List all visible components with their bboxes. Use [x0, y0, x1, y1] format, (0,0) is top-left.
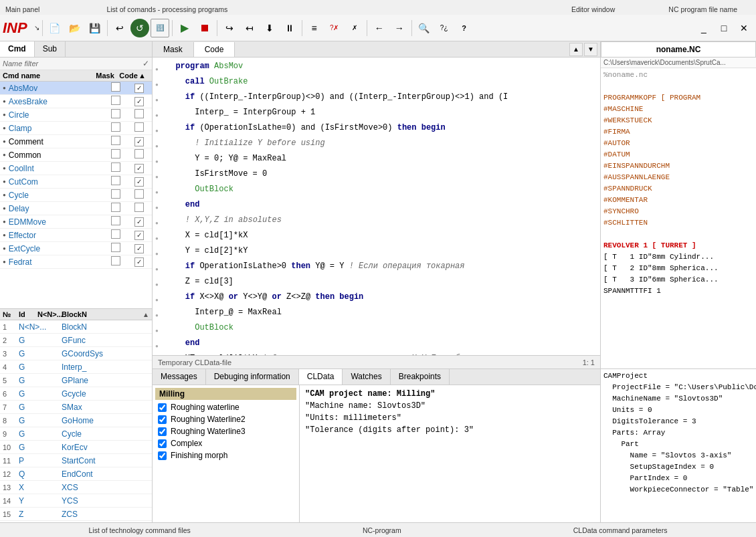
checkbox-code-common[interactable] [134, 149, 144, 158]
tab-mask[interactable]: Mask [153, 42, 194, 57]
minimize-btn[interactable]: _ [694, 19, 713, 37]
checkbox-mask-fedrat[interactable] [111, 256, 120, 265]
cmd-item-absmov[interactable]: ● AbsMov [0, 82, 152, 95]
checkbox-code-axesbrake[interactable] [134, 97, 144, 106]
tab-cldata[interactable]: CLData [299, 369, 343, 385]
tech-check-5[interactable] [158, 451, 167, 460]
bl-item-15[interactable]: 15 Z ZCS [0, 508, 152, 521]
tech-item-3[interactable]: Roughing Waterline3 [155, 425, 296, 437]
code-editor[interactable]: ● program AbsMov ● call OutBrake ● if ((… [153, 58, 600, 355]
tab-messages[interactable]: Messages [153, 369, 206, 385]
back-btn[interactable]: ← [370, 19, 389, 37]
help-btn[interactable]: ? [455, 19, 474, 37]
bl-item-3[interactable]: 3 G GCoordSys [0, 347, 152, 360]
checkbox-mask-extcycle[interactable] [111, 243, 120, 252]
checkbox-code-absmov[interactable] [134, 84, 144, 93]
tab-breakpoints[interactable]: Breakpoints [391, 369, 450, 385]
bl-item-7[interactable]: 7 G SMax [0, 401, 152, 414]
tech-check-1[interactable] [158, 403, 167, 412]
name-filter-check[interactable]: ✓ [143, 59, 149, 68]
forward-btn[interactable]: → [390, 19, 409, 37]
tech-check-3[interactable] [158, 427, 167, 436]
checkbox-mask-cycle[interactable] [111, 189, 120, 199]
tech-item-5[interactable]: Finishing morph [155, 449, 296, 461]
cmd-item-coolint[interactable]: ● CoolInt [0, 162, 152, 175]
bl-item-11[interactable]: 11 P StartCont [0, 454, 152, 467]
bl-item-6[interactable]: 6 G Gcycle [0, 387, 152, 401]
checkbox-mask-absmov[interactable] [111, 82, 120, 92]
step-into-btn[interactable]: ↤ [240, 19, 259, 37]
cmd-item-axesbrake[interactable]: ● AxesBrake [0, 95, 152, 108]
checkbox-code-coolint[interactable] [134, 164, 144, 173]
checkbox-code-comment[interactable] [134, 137, 144, 146]
checkbox-mask-clamp[interactable] [111, 122, 120, 132]
cmd-item-comment[interactable]: ● Comment [0, 135, 152, 148]
tab-code[interactable]: Code [194, 42, 235, 57]
bl-item-9[interactable]: 9 G Cycle [0, 427, 152, 441]
run-btn[interactable]: ▶ [175, 19, 194, 37]
bl-item-4[interactable]: 4 G Interp_ [0, 360, 152, 374]
help-hint-btn[interactable]: ?¿ [435, 19, 454, 37]
checkbox-mask-axesbrake[interactable] [111, 96, 120, 105]
clear-btn[interactable]: ✗ [345, 19, 364, 37]
step-over-btn[interactable]: ↪ [220, 19, 239, 37]
tab-watches[interactable]: Watches [343, 369, 390, 385]
redo-btn[interactable]: ↺ [130, 19, 149, 37]
checkbox-mask-common[interactable] [111, 149, 120, 158]
bl-item-5[interactable]: 5 G GPlane [0, 374, 152, 387]
cmd-item-cutcom[interactable]: ● CutCom [0, 175, 152, 189]
cmd-item-edmmove[interactable]: ● EDMMove [0, 215, 152, 229]
nav-up-btn[interactable]: ▲ [569, 43, 583, 56]
maximize-btn[interactable]: □ [715, 19, 733, 37]
bl-item-14[interactable]: 14 Y YCS [0, 494, 152, 508]
checkbox-mask-effector[interactable] [111, 229, 120, 239]
tech-item-2[interactable]: Roughing Waterline2 [155, 413, 296, 425]
tab-nc-file[interactable]: noname.NC [601, 41, 756, 58]
checkbox-code-clamp[interactable] [134, 122, 144, 132]
cmd-item-fedrat[interactable]: ● Fedrat [0, 255, 152, 269]
cmd-item-extcycle[interactable]: ● ExtCycle [0, 242, 152, 255]
save-file-btn[interactable]: 💾 [86, 19, 104, 37]
number-btn[interactable]: 🔢 [151, 19, 169, 37]
checkbox-mask-comment[interactable] [111, 136, 120, 145]
cmd-item-circle[interactable]: ● Circle [0, 108, 152, 122]
tech-item-4[interactable]: Complex [155, 437, 296, 449]
stop-btn[interactable]: ⏹ [195, 19, 214, 37]
bl-item-13[interactable]: 13 X XCS [0, 481, 152, 494]
debug-btn[interactable]: ?✗ [325, 19, 344, 37]
cmd-item-common[interactable]: ● Common [0, 148, 152, 162]
checkbox-mask-coolint[interactable] [111, 163, 120, 172]
checkbox-code-cycle[interactable] [134, 189, 144, 199]
pause-btn[interactable]: ⏸ [280, 19, 299, 37]
bl-item-1[interactable]: 1 N<N>... BlockN [0, 320, 152, 334]
checkbox-mask-circle[interactable] [111, 109, 120, 118]
checkbox-mask-delay[interactable] [111, 203, 120, 212]
breakpoints-btn[interactable]: ≡ [305, 19, 324, 37]
bl-item-2[interactable]: 2 G GFunc [0, 334, 152, 347]
cmd-item-effector[interactable]: ● Effector [0, 229, 152, 242]
bl-item-12[interactable]: 12 Q EndCont [0, 467, 152, 481]
checkbox-code-effector[interactable] [134, 231, 144, 240]
open-file-btn[interactable]: 📂 [66, 19, 84, 37]
bl-item-10[interactable]: 10 G KorEcv [0, 441, 152, 454]
tech-check-2[interactable] [158, 415, 167, 424]
close-btn[interactable]: ✕ [735, 19, 753, 37]
checkbox-mask-cutcom[interactable] [111, 176, 120, 185]
nav-down-btn[interactable]: ▼ [584, 43, 597, 56]
bl-sort-icon[interactable]: ▲ [143, 311, 149, 318]
cmd-item-delay[interactable]: ● Delay [0, 202, 152, 215]
find-btn[interactable]: 🔍 [415, 19, 434, 37]
nc-content[interactable]: %noname.nc PROGRAMMKOPF [ PROGRAM #MASCH… [601, 68, 756, 368]
checkbox-code-fedrat[interactable] [134, 257, 144, 267]
checkbox-code-delay[interactable] [134, 203, 144, 212]
tech-check-4[interactable] [158, 439, 167, 448]
cmd-item-cycle[interactable]: ● Cycle [0, 189, 152, 202]
tab-sub[interactable]: Sub [35, 41, 66, 57]
undo-btn[interactable]: ↩ [110, 19, 129, 37]
new-file-btn[interactable]: 📄 [45, 19, 64, 37]
tab-cmd[interactable]: Cmd [0, 41, 35, 57]
checkbox-mask-edmmove[interactable] [111, 216, 120, 225]
checkbox-code-extcycle[interactable] [134, 244, 144, 253]
checkbox-code-circle[interactable] [134, 109, 144, 118]
checkbox-code-edmmove[interactable] [134, 217, 144, 227]
